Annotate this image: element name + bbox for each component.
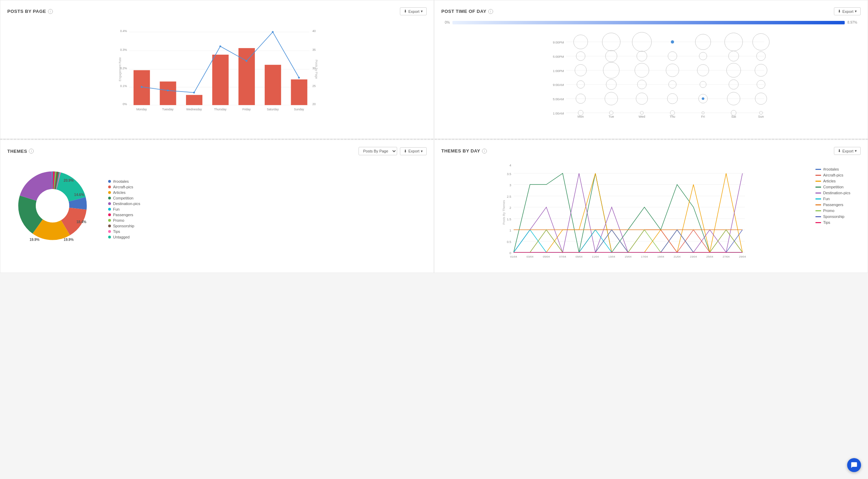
themes-by-day-panel: THEMES BY DAY i ⬇ Export ▾ 0 0.5 1 1.5 2…	[434, 140, 868, 273]
svg-text:2: 2	[509, 206, 511, 210]
line-legend-passengers: Passengers	[815, 203, 857, 207]
themes-legend: #rootales Aircraft-pics Articles Competi…	[108, 179, 140, 239]
legend-fun: Fun	[108, 207, 140, 211]
chevron-down-icon: ▾	[855, 149, 857, 153]
svg-text:Fri: Fri	[701, 115, 705, 118]
svg-text:Thu: Thu	[670, 115, 675, 118]
line-dot-wed	[193, 92, 195, 93]
legend-dot-rootales	[108, 180, 111, 183]
color-competition	[815, 187, 821, 188]
chevron-down-icon: ▾	[855, 9, 857, 14]
svg-text:9:00AM: 9:00AM	[553, 83, 564, 87]
posts-by-page-export[interactable]: ⬇ Export ▾	[400, 7, 427, 15]
bar-sunday	[291, 79, 307, 105]
themes-export[interactable]: ⬇ Export ▾	[400, 147, 427, 155]
svg-text:13/04: 13/04	[608, 255, 616, 258]
svg-text:07/04: 07/04	[559, 255, 566, 258]
svg-text:2.5: 2.5	[507, 195, 511, 198]
svg-text:0%: 0%	[123, 102, 127, 106]
themes-info[interactable]: i	[29, 149, 34, 154]
legend-promo: Promo	[108, 218, 140, 222]
legend-dot-sponsorship	[108, 225, 111, 227]
chevron-down-icon: ▾	[421, 149, 423, 154]
bar-friday	[239, 48, 255, 105]
themes-controls: Posts By Page ⬇ Export ▾	[359, 147, 427, 155]
svg-text:23/04: 23/04	[690, 255, 697, 258]
donut-label-untagged: 20.9%	[64, 179, 74, 182]
themes-by-day-export[interactable]: ⬇ Export ▾	[834, 147, 861, 155]
svg-text:35: 35	[312, 48, 316, 52]
svg-text:0.1%: 0.1%	[120, 84, 127, 88]
svg-text:11/04: 11/04	[592, 255, 599, 258]
svg-text:0.3%: 0.3%	[120, 48, 127, 52]
post-time-panel: POST TIME OF DAY i ⬇ Export ▾ 0% 8.97% 1…	[434, 0, 868, 139]
svg-text:1:00PM: 1:00PM	[553, 69, 564, 73]
x-label-friday: Friday	[242, 108, 251, 111]
svg-text:05/04: 05/04	[543, 255, 550, 258]
line-dot-fri	[246, 60, 247, 62]
themes-by-day-content: 0 0.5 1 1.5 2 2.5 3 3.5 4 Posts By Theme…	[441, 160, 861, 266]
themes-title: THEMES	[7, 149, 27, 154]
legend-dot-promo	[108, 219, 111, 222]
svg-text:Posts By Themes: Posts By Themes	[502, 200, 506, 225]
x-label-saturday: Saturday	[267, 108, 279, 111]
bar-chart-area: 0.4% 0.3% 0.2% 0.1% 0% 40 35 30 25 20 En…	[7, 21, 427, 125]
gradient-bar-container: 0% 8.97%	[441, 21, 861, 24]
themes-content: 20.9% 14.6% 18.4% 19.9% 19.9% #rootales …	[7, 160, 427, 258]
bar-thursday	[212, 55, 228, 105]
svg-text:0.4%: 0.4%	[120, 29, 127, 33]
post-time-info[interactable]: i	[488, 9, 493, 14]
legend-dot-tips	[108, 230, 111, 233]
post-time-export[interactable]: ⬇ Export ▾	[834, 7, 861, 15]
svg-text:25/04: 25/04	[706, 255, 714, 258]
line-legend-rootales: #rootales	[815, 167, 857, 171]
color-destination	[815, 193, 821, 194]
bar-saturday	[265, 65, 281, 105]
themes-by-day-legend: #rootales Aircraft-pics Articles Competi…	[815, 164, 857, 262]
line-dot-thu	[219, 45, 221, 47]
bar-tuesday	[160, 81, 176, 105]
line-articles	[514, 173, 742, 252]
posts-by-page-info[interactable]: i	[48, 9, 53, 14]
legend-dot-passengers	[108, 213, 111, 216]
donut-chart: 20.9% 14.6% 18.4% 19.9% 19.9%	[14, 164, 91, 254]
line-dot-sat	[272, 31, 274, 33]
svg-text:17/04: 17/04	[641, 255, 648, 258]
svg-text:Wed: Wed	[638, 115, 645, 118]
posts-by-page-title: POSTS BY PAGE	[7, 9, 46, 14]
svg-text:Posts by Page: Posts by Page	[315, 60, 318, 79]
themes-by-day-info[interactable]: i	[482, 149, 487, 154]
legend-aircraft: Aircraft-pics	[108, 185, 140, 189]
svg-text:19/04: 19/04	[657, 255, 665, 258]
download-icon: ⬇	[404, 9, 407, 14]
color-aircraft	[815, 175, 821, 176]
svg-text:27/04: 27/04	[723, 255, 730, 258]
bubble-chart-svg: 1:00AM 5:00AM 9:00AM 1:00PM 5:00PM 9:00P…	[462, 31, 854, 118]
line-dot-sun	[298, 77, 300, 78]
themes-panel: THEMES i Posts By Page ⬇ Export ▾	[0, 140, 434, 273]
svg-text:5:00AM: 5:00AM	[553, 97, 564, 101]
svg-text:1: 1	[509, 229, 511, 232]
svg-text:40: 40	[312, 29, 316, 33]
legend-dot-destination	[108, 202, 111, 205]
x-label-tuesday: Tuesday	[162, 108, 174, 111]
svg-text:Engagement Rate: Engagement Rate	[118, 57, 122, 81]
svg-text:25: 25	[312, 84, 316, 88]
svg-text:4: 4	[509, 164, 511, 167]
chevron-down-icon: ▾	[421, 9, 423, 14]
svg-text:3.5: 3.5	[507, 172, 511, 176]
svg-text:0.5: 0.5	[507, 240, 511, 244]
line-destination	[514, 173, 742, 252]
line-dot-mon	[141, 86, 143, 88]
legend-dot-untagged	[108, 236, 111, 238]
donut-label-destination: 19.9%	[30, 238, 40, 242]
themes-filter-select[interactable]: Posts By Page	[359, 147, 397, 155]
donut-hole	[36, 189, 69, 222]
line-legend-tips: Tips	[815, 220, 857, 225]
legend-rootales: #rootales	[108, 179, 140, 183]
svg-text:Tue: Tue	[609, 115, 614, 118]
color-fun	[815, 198, 821, 199]
x-label-sunday: Sunday	[294, 108, 304, 111]
posts-by-page-header: POSTS BY PAGE i ⬇ Export ▾	[7, 7, 427, 15]
svg-text:1:00AM: 1:00AM	[553, 112, 564, 115]
